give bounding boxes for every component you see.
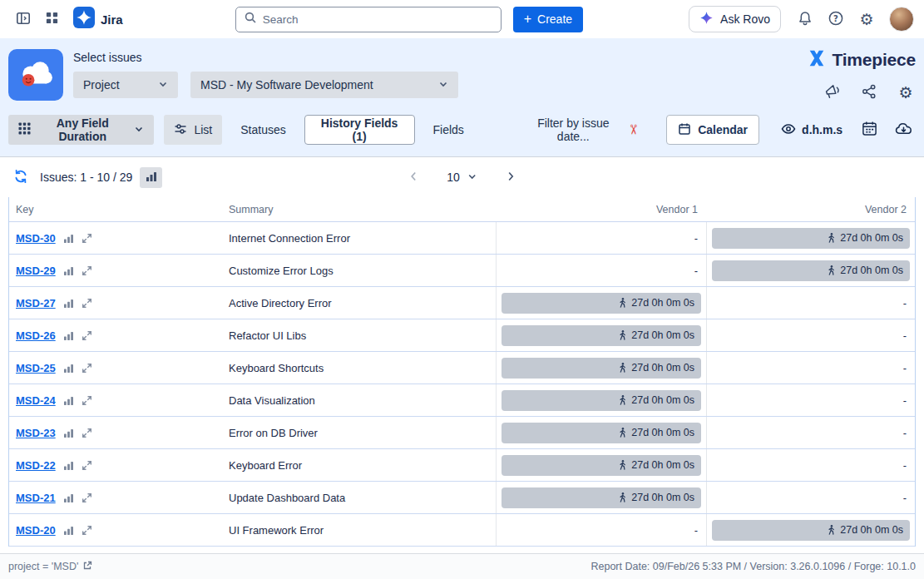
expand-icon[interactable]: [82, 460, 92, 471]
avatar[interactable]: [889, 7, 914, 32]
bar-chart-icon[interactable]: [63, 428, 74, 438]
jira-home-link[interactable]: Jira: [67, 7, 130, 32]
issue-key-link[interactable]: MSD-21: [16, 492, 56, 504]
calendar-view-button[interactable]: Calendar: [666, 115, 759, 145]
issue-key-link[interactable]: MSD-25: [16, 362, 56, 374]
svg-text:?: ?: [833, 13, 838, 22]
table-row: MSD-26 Refactor UI Libs 27d 0h 0m 0s -: [9, 319, 915, 352]
view-list-button[interactable]: List: [164, 115, 222, 145]
vendor2-cell: -: [706, 417, 915, 448]
search-box[interactable]: [235, 7, 502, 32]
search-input[interactable]: [263, 13, 493, 26]
expand-icon[interactable]: [82, 363, 92, 374]
bar-chart-icon[interactable]: [63, 331, 74, 340]
jira-logo-icon: [73, 7, 95, 32]
bar-chart-icon[interactable]: [63, 526, 74, 535]
ask-rovo-button[interactable]: Ask Rovo: [689, 6, 781, 32]
issue-key-link[interactable]: MSD-26: [16, 329, 56, 342]
bar-chart-icon[interactable]: [63, 493, 74, 502]
expand-icon[interactable]: [82, 298, 92, 309]
duration-pill: 27d 0h 0m 0s: [502, 293, 701, 314]
plus-icon: +: [524, 12, 531, 26]
table-row: MSD-22 Keyboard Error 27d 0h 0m 0s -: [9, 449, 915, 482]
app-switcher-button[interactable]: [38, 6, 65, 32]
bar-chart-icon[interactable]: [63, 461, 74, 470]
issue-scope-value: Project: [83, 78, 120, 92]
issue-key-link[interactable]: MSD-27: [16, 297, 56, 309]
person-walking-icon: [618, 297, 627, 309]
issue-scope-select[interactable]: Project: [73, 72, 178, 98]
issue-key-link[interactable]: MSD-20: [16, 524, 56, 537]
create-button[interactable]: + Create: [513, 7, 583, 32]
key-cell: MSD-23: [9, 427, 229, 439]
issue-summary: Active Directory Error: [229, 297, 332, 309]
chevron-right-icon: [505, 171, 516, 185]
project-select[interactable]: MSD - My Software Development: [190, 72, 458, 98]
empty-duration: -: [903, 492, 915, 504]
jql-link[interactable]: project = 'MSD': [8, 561, 92, 573]
empty-duration: -: [903, 297, 915, 309]
topbar-right: Ask Rovo ? ⚙: [689, 6, 914, 32]
expand-icon[interactable]: [82, 428, 92, 438]
fields-button[interactable]: Fields: [425, 115, 472, 145]
rovo-sparkle-icon: [699, 11, 714, 27]
megaphone-icon: [824, 84, 841, 101]
project-select-value: MSD - My Software Development: [200, 78, 373, 92]
export-download-button[interactable]: [892, 116, 916, 143]
issue-key-link[interactable]: MSD-30: [16, 232, 56, 245]
fields-label: Fields: [433, 123, 464, 136]
sidebar-toggle-button[interactable]: [10, 6, 37, 32]
empty-duration: -: [903, 459, 915, 472]
table-header: Key Summary Vendor 1 Vendor 2: [9, 197, 915, 222]
duration-pill: 27d 0h 0m 0s: [502, 487, 701, 508]
history-fields-button[interactable]: History Fields (1): [304, 115, 415, 145]
chevron-down-icon: [467, 171, 477, 184]
person-walking-icon: [618, 492, 627, 503]
export-schedule-button[interactable]: [857, 116, 882, 143]
vendor1-cell: -: [496, 255, 706, 286]
issue-key-link[interactable]: MSD-22: [16, 459, 56, 472]
next-page-button[interactable]: [501, 167, 521, 187]
issue-summary: Data Visualization: [229, 394, 315, 407]
issue-key-link[interactable]: MSD-29: [16, 265, 56, 277]
empty-duration: -: [903, 394, 915, 407]
bar-chart-icon[interactable]: [63, 364, 74, 373]
timepiece-logo-icon: [807, 48, 827, 72]
issue-key-link[interactable]: MSD-23: [16, 427, 56, 439]
history-fields-label: History Fields (1): [317, 116, 403, 143]
bar-chart-icon[interactable]: [63, 299, 74, 308]
person-walking-icon: [618, 427, 627, 438]
refresh-button[interactable]: [10, 166, 32, 188]
issue-key-link[interactable]: MSD-24: [16, 394, 56, 407]
expand-icon[interactable]: [82, 330, 92, 341]
announcements-button[interactable]: [823, 82, 842, 102]
timepiece-brand-name: Timepiece: [832, 50, 916, 70]
expand-icon[interactable]: [82, 233, 92, 244]
help-button[interactable]: ?: [823, 6, 849, 32]
duration-format-label: d.h.m.s: [802, 123, 842, 136]
expand-icon[interactable]: [82, 492, 92, 503]
settings-button[interactable]: ⚙: [853, 6, 880, 32]
page-size-select[interactable]: 10: [447, 171, 477, 184]
filter-by-issue-date-button[interactable]: Filter by issue date... ✂: [517, 115, 646, 145]
previous-page-button[interactable]: [403, 167, 423, 187]
field-duration-select[interactable]: Any Field Duration: [8, 115, 154, 145]
issues-chart-button[interactable]: [140, 167, 162, 188]
bar-chart-icon[interactable]: [63, 266, 74, 275]
expand-icon[interactable]: [82, 525, 92, 536]
eye-icon: [781, 123, 796, 137]
report-settings-button[interactable]: ⚙: [896, 82, 916, 102]
bar-chart-icon[interactable]: [63, 396, 74, 405]
share-button[interactable]: [859, 82, 879, 102]
list-sliders-icon: [174, 122, 187, 138]
statuses-button[interactable]: Statuses: [232, 115, 294, 145]
report-control-panel: Select issues Project MSD - My Software …: [0, 38, 924, 157]
filter-label: Filter by issue date...: [526, 116, 621, 143]
cloud-download-icon: [895, 121, 912, 138]
bar-chart-icon[interactable]: [63, 234, 74, 243]
statuses-label: Statuses: [240, 123, 285, 136]
notifications-button[interactable]: [792, 6, 818, 32]
expand-icon[interactable]: [82, 265, 92, 276]
duration-format-toggle[interactable]: d.h.m.s: [781, 123, 842, 137]
expand-icon[interactable]: [82, 395, 92, 406]
